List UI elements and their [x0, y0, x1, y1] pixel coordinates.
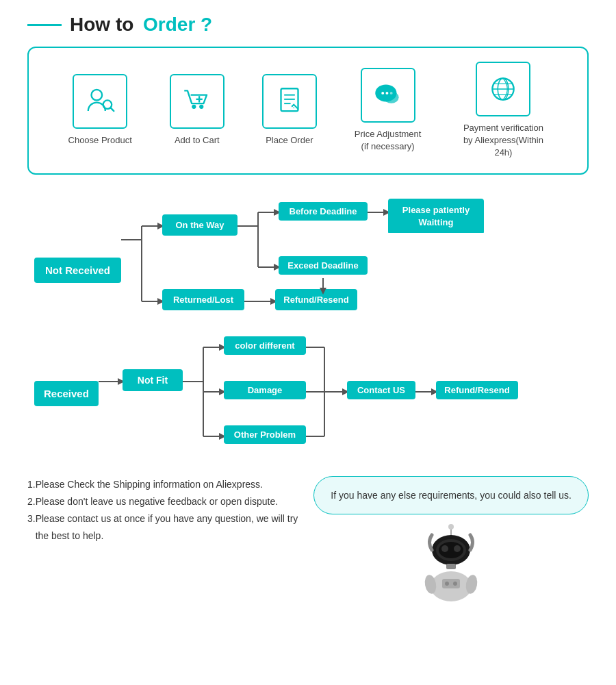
bottom-section: 1.Please Check the Shipping information … [27, 476, 589, 610]
cart-icon [180, 84, 214, 119]
note-1: 1.Please Check the Shipping information … [27, 476, 300, 493]
flowchart1-svg: On the Way Before Deadline [121, 202, 491, 339]
step-place-order: Place Order [262, 74, 317, 147]
step-icon-payment-verification [476, 62, 530, 116]
svg-point-59 [448, 524, 454, 530]
note-3: 3.Please contact us at once if you have … [27, 510, 300, 545]
contact-us-box: Contact US [347, 381, 415, 399]
other-problem-box: Other Problem [224, 425, 306, 444]
damage-box: Damage [224, 381, 306, 399]
step-icon-price-adjustment [361, 68, 415, 123]
step-label-price-adjustment: Price Adjustment(if necessary) [355, 128, 422, 153]
notes-section: 1.Please Check the Shipping information … [27, 476, 300, 545]
chat-bubble-icon [371, 78, 405, 112]
not-received-box: Not Received [34, 258, 121, 283]
svg-point-16 [389, 92, 392, 95]
svg-rect-65 [446, 564, 456, 569]
please-wait-box: Please patientlyWaitting [388, 199, 484, 233]
before-deadline-box: Before Deadline [279, 202, 368, 221]
step-icon-place-order [262, 74, 317, 129]
color-different-box: color different [224, 336, 306, 355]
svg-point-15 [385, 92, 388, 95]
refund-resend-box2: Refund/Resend [436, 381, 518, 399]
svg-point-0 [92, 90, 103, 101]
how-to-order-box: Choose Product Add to Cart [27, 47, 589, 175]
step-choose-product: Choose Product [68, 74, 132, 147]
title-line-decoration [27, 24, 62, 26]
section-title: How to Order ? [27, 14, 589, 36]
step-price-adjustment: Price Adjustment(if necessary) [355, 68, 422, 153]
svg-point-11 [293, 108, 294, 109]
robot-section: If you have any else requirements, you c… [313, 476, 589, 610]
robot-icon [413, 521, 489, 610]
svg-point-64 [454, 545, 461, 552]
document-icon [272, 84, 307, 119]
on-the-way-box: On the Way [162, 214, 238, 236]
flowchart2-svg: Not Fit color different [99, 332, 523, 456]
refund-resend-box1: Refund/Resend [275, 289, 357, 310]
speech-bubble: If you have any else requirements, you c… [313, 476, 589, 514]
not-fit-box: Not Fit [123, 369, 183, 391]
svg-point-3 [192, 105, 196, 109]
svg-rect-67 [442, 579, 460, 588]
svg-point-4 [199, 105, 203, 109]
note-2: 2.Please don't leave us negative feedbac… [27, 493, 300, 510]
person-search-icon [83, 84, 117, 119]
received-box: Received [34, 381, 99, 406]
step-label-place-order: Place Order [266, 134, 313, 147]
svg-point-68 [445, 582, 449, 586]
flowchart-received-section: Received Not Fit [27, 332, 589, 456]
globe-icon [486, 72, 520, 106]
exceed-deadline-box: Exceed Deadline [279, 256, 368, 275]
step-icon-choose-product [73, 74, 127, 129]
step-label-choose-product: Choose Product [68, 134, 132, 147]
title-prefix: How to [70, 14, 133, 35]
svg-line-2 [111, 108, 114, 112]
svg-point-14 [381, 92, 384, 95]
step-label-payment-verification: Payment verificationby Aliexpress(Within… [459, 122, 548, 160]
returned-lost-box: Returned/Lost [162, 289, 244, 310]
svg-point-69 [453, 582, 457, 586]
how-to-order-heading: How to Order ? [70, 14, 212, 36]
step-label-add-to-cart: Add to Cart [175, 134, 220, 147]
step-icon-add-to-cart [170, 74, 224, 129]
title-highlight: Order ? [143, 14, 212, 35]
svg-point-63 [441, 545, 448, 552]
step-payment-verification: Payment verificationby Aliexpress(Within… [459, 62, 548, 160]
step-add-to-cart: Add to Cart [170, 74, 224, 147]
flowchart-not-received-section: Not Received [27, 202, 589, 339]
